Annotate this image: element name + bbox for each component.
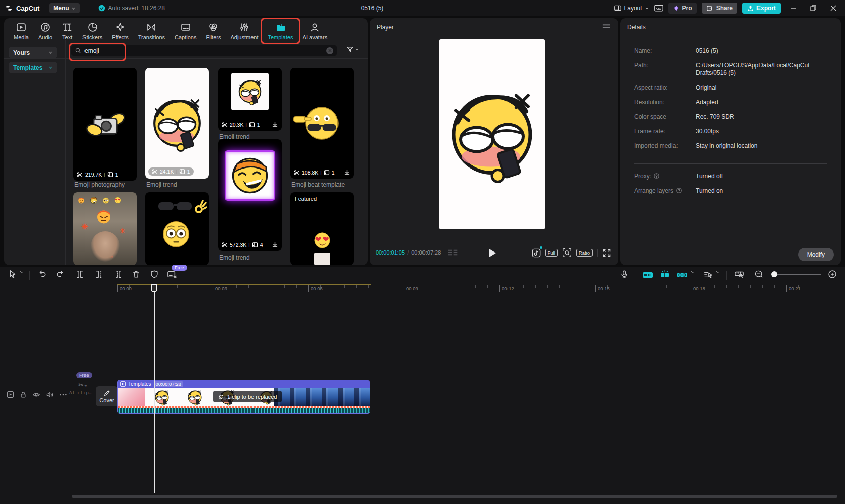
- sidebar-yours-dropdown[interactable]: Yours: [9, 47, 57, 58]
- full-preview-button[interactable]: Full: [545, 249, 558, 257]
- caption-clip-button[interactable]: [167, 270, 177, 279]
- tab-text[interactable]: Text: [59, 21, 75, 41]
- share-button[interactable]: Share: [702, 3, 737, 14]
- template-card[interactable]: 24.1K | 1: [145, 68, 209, 179]
- template-card[interactable]: 572.3K | 4: [218, 139, 282, 251]
- template-card[interactable]: 20.3K | 1: [218, 68, 282, 131]
- chevron-down-button[interactable]: [19, 270, 24, 275]
- template-card[interactable]: [145, 192, 209, 265]
- tab-effects[interactable]: Effects: [109, 21, 131, 41]
- template-card[interactable]: 219.7K | 1: [73, 68, 137, 181]
- more-dots-icon[interactable]: [59, 393, 67, 396]
- download-button[interactable]: [344, 169, 350, 176]
- chevron-down-button[interactable]: [690, 270, 695, 275]
- tab-label: Text: [62, 34, 72, 40]
- mask-shield-button[interactable]: [150, 270, 159, 279]
- clear-search-button[interactable]: [326, 47, 333, 54]
- detail-row: Path: C:/Users/TOPGUS/AppData/Local/CapC…: [634, 62, 830, 77]
- playhead-handle[interactable]: [151, 284, 157, 292]
- ruler-timestamp: 00:18: [691, 285, 705, 292]
- app-name: CapCut: [16, 5, 39, 12]
- layout-button[interactable]: Layout: [614, 5, 649, 12]
- tab-media[interactable]: Media: [11, 21, 31, 41]
- playhead-line[interactable]: [154, 285, 155, 493]
- menu-button[interactable]: Menu: [49, 3, 79, 13]
- template-card[interactable]: ✳ ✳ ✳: [73, 192, 137, 265]
- timeline-zoom-slider[interactable]: [772, 274, 821, 275]
- play-button[interactable]: [488, 248, 496, 258]
- divider: [634, 163, 827, 164]
- cover-button[interactable]: Cover: [96, 386, 118, 406]
- detail-label: Imported media:: [634, 142, 696, 150]
- mic-button[interactable]: [620, 270, 629, 279]
- track-cursor-button[interactable]: [703, 270, 713, 279]
- card-uses-count: 1: [187, 169, 190, 175]
- timeline-ruler[interactable]: 00:0000:0300:0600:0900:1200:1500:1800:21: [0, 284, 845, 295]
- sidebar-templates-dropdown[interactable]: Templates: [9, 62, 57, 73]
- tab-filters[interactable]: Filters: [203, 21, 223, 41]
- download-button[interactable]: [272, 121, 278, 128]
- layout-icon: [614, 5, 622, 12]
- filter-button[interactable]: [346, 46, 359, 53]
- shortcuts-button[interactable]: [654, 5, 663, 12]
- scissors-icon: ✂✦: [78, 381, 88, 389]
- maximize-button[interactable]: [806, 0, 821, 16]
- zoom-slider-handle[interactable]: [771, 271, 777, 277]
- chevron-down-button[interactable]: [715, 270, 720, 275]
- select-cursor-button[interactable]: [8, 270, 17, 279]
- tab-adjustment[interactable]: Adjustment: [228, 21, 261, 41]
- trash-button[interactable]: [132, 270, 141, 279]
- template-card[interactable]: 108.8K | 1: [290, 68, 354, 179]
- undo-button[interactable]: [37, 270, 46, 279]
- search-icon: [75, 47, 81, 54]
- detail-label: Color space: [634, 113, 696, 121]
- modify-button[interactable]: Modify: [798, 248, 834, 261]
- detail-label: Aspect ratio:: [634, 84, 696, 92]
- pro-button[interactable]: Pro: [668, 3, 697, 14]
- auto-align-button[interactable]: [659, 270, 671, 280]
- chevron-down-icon: [645, 6, 649, 11]
- speaker-icon[interactable]: [46, 391, 54, 398]
- tab-audio[interactable]: Audio: [36, 21, 55, 41]
- timeline-clip[interactable]: Templates 00:00:07:28 1 clip to be repla…: [117, 380, 370, 414]
- track-main-icon[interactable]: [7, 391, 14, 398]
- chevron-down-icon: [19, 270, 24, 275]
- lock-icon[interactable]: [20, 391, 27, 398]
- video-canvas[interactable]: [439, 39, 545, 229]
- preview-ruler-button[interactable]: [734, 270, 744, 279]
- template-card[interactable]: Featured: [290, 192, 354, 265]
- free-badge: Free: [172, 265, 187, 271]
- search-input[interactable]: emoji: [71, 45, 337, 56]
- timeline-horizontal-scrollbar[interactable]: [72, 495, 837, 498]
- tab-templates[interactable]: Templates: [265, 21, 295, 41]
- redo-button[interactable]: [56, 270, 65, 279]
- export-button[interactable]: Export: [742, 3, 781, 14]
- tab-stickers[interactable]: Stickers: [80, 21, 105, 41]
- split-right-button[interactable]: [114, 270, 123, 279]
- detail-value: Turned on: [696, 187, 827, 195]
- split-left-button[interactable]: [95, 270, 104, 279]
- tiktok-preview-button[interactable]: [532, 248, 541, 258]
- tab-ai-avatars[interactable]: AI avatars: [300, 21, 330, 41]
- divider: [634, 271, 634, 280]
- transitions-icon: [146, 22, 157, 32]
- ratio-button[interactable]: Ratio: [576, 249, 593, 257]
- ruler-timestamp: 00:15: [595, 285, 610, 292]
- link-button[interactable]: [676, 270, 688, 280]
- eye-icon[interactable]: [32, 391, 40, 398]
- card-title: Emoji trend: [219, 254, 286, 261]
- split-button[interactable]: [75, 270, 84, 279]
- zoom-out-button[interactable]: [754, 270, 764, 279]
- tab-transitions[interactable]: Transitions: [136, 21, 167, 41]
- close-button[interactable]: [826, 0, 841, 16]
- download-button[interactable]: [272, 241, 278, 248]
- share-icon: [706, 5, 714, 12]
- snap-magnet-button[interactable]: [642, 270, 654, 280]
- fullscreen-icon[interactable]: [602, 248, 611, 258]
- ruler-timestamp: 00:09: [404, 285, 418, 292]
- tab-captions[interactable]: Captions: [172, 21, 199, 41]
- player-menu-button[interactable]: [602, 24, 610, 30]
- minimize-button[interactable]: [786, 0, 801, 16]
- zoom-fit-icon[interactable]: [562, 248, 572, 258]
- zoom-in-button[interactable]: [828, 270, 837, 279]
